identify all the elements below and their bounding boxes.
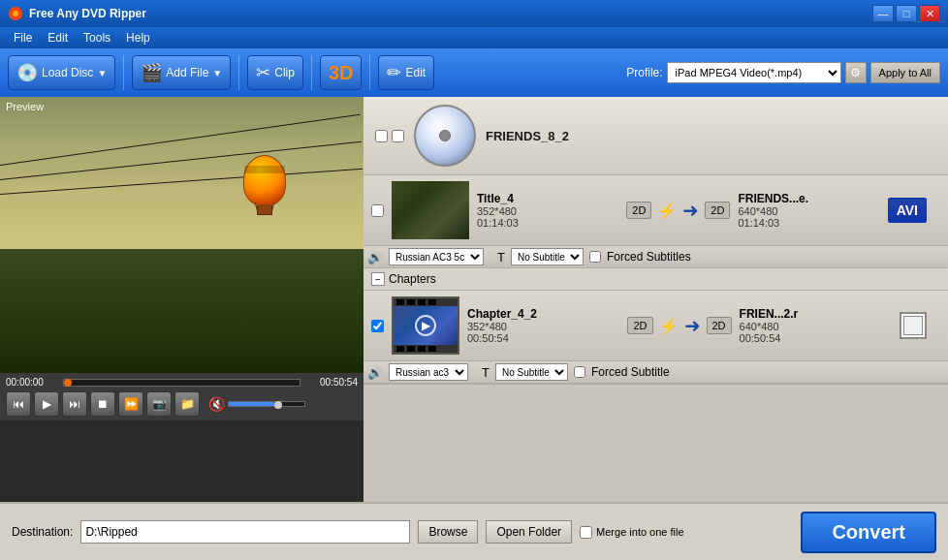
bottom-bar: Destination: Browse Open Folder Merge in…: [0, 502, 948, 560]
film-hole-b1: [396, 346, 404, 352]
thumbnail-image: [392, 181, 469, 239]
mute-button[interactable]: 🔇: [208, 396, 225, 412]
film-hole-3: [418, 299, 426, 305]
profile-label: Profile:: [626, 66, 662, 79]
chapter-output-dim: 2D: [707, 317, 732, 334]
chapter-output-duration: 00:50:54: [740, 332, 892, 344]
clip-icon: ✂: [256, 62, 270, 83]
title-checkbox[interactable]: [371, 204, 384, 217]
clip-button[interactable]: ✂ Clip: [247, 55, 303, 90]
volume-handle: [274, 401, 282, 409]
step-forward-button[interactable]: ⏩: [118, 391, 143, 417]
edit-button[interactable]: ✏ Edit: [378, 55, 434, 90]
snapshot-button[interactable]: 📷: [146, 391, 172, 417]
menu-file[interactable]: File: [6, 29, 40, 47]
disc-hole: [439, 130, 451, 141]
preview-label: Preview: [6, 101, 44, 112]
chapter-subtitle-icon: T: [482, 365, 490, 380]
chapter-audio-row: 🔊 Russian ac3 T No Subtitle Forced Subti…: [363, 361, 948, 384]
playback-controls: ⏮ ▶ ⏭ ⏹ ⏩ 📷 📁 🔇: [6, 391, 358, 417]
total-time: 00:50:54: [304, 377, 358, 388]
output-dim-badge: 2D: [705, 202, 730, 219]
profile-select[interactable]: iPad MPEG4 Video(*.mp4): [667, 62, 841, 83]
disc-item: FRIENDS_8_2: [363, 97, 948, 175]
merge-label: Merge into one file: [596, 526, 684, 538]
chapter-checkbox[interactable]: [371, 320, 384, 332]
open-folder-button[interactable]: Open Folder: [486, 520, 572, 544]
format-badge: AVI: [888, 198, 927, 223]
separator-3: [311, 55, 312, 90]
convert-button[interactable]: Convert: [801, 512, 936, 553]
prev-button[interactable]: ⏮: [6, 391, 31, 417]
merge-checkbox-area: Merge into one file: [580, 526, 684, 539]
apply-all-button[interactable]: Apply to All: [870, 62, 940, 83]
chapters-header: − Chapters: [363, 268, 948, 291]
close-button[interactable]: ✕: [919, 5, 940, 22]
chapter-forced-checkbox[interactable]: [574, 366, 585, 378]
maximize-button[interactable]: □: [896, 5, 917, 22]
chapter-convert-area: 2D ⚡ ➜ 2D: [627, 314, 731, 337]
3d-button[interactable]: 3D: [320, 55, 363, 90]
chapters-toggle[interactable]: −: [371, 272, 385, 286]
app-icon: [8, 6, 23, 21]
merge-checkbox[interactable]: [580, 526, 592, 539]
subtitle-select[interactable]: No Subtitle: [511, 248, 584, 265]
stop-button[interactable]: ⏹: [90, 391, 115, 417]
destination-input[interactable]: [80, 520, 410, 544]
chapter-subtitle-select[interactable]: No Subtitle: [495, 363, 568, 381]
output-dims: 640*480: [738, 205, 879, 217]
film-hole-b4: [428, 346, 436, 352]
profile-settings-button[interactable]: ⚙: [845, 62, 867, 83]
minimize-button[interactable]: —: [872, 5, 894, 22]
seek-bar-row: 00:00:00 00:50:54: [6, 377, 358, 388]
title-audio-row: 🔊 Russian AC3 5c T No Subtitle Forced Su…: [363, 246, 948, 268]
volume-slider[interactable]: [228, 401, 305, 407]
title-row: Title_4 352*480 01:14:03 2D ⚡ ➜ 2D FRIEN…: [363, 175, 948, 246]
film-strip-bottom: [394, 345, 458, 353]
3d-icon: 3D: [329, 62, 354, 84]
chapters-section: − Chapters ▶: [363, 268, 948, 385]
load-disc-dropdown-icon: ▼: [97, 68, 107, 78]
chapter-audio-select[interactable]: Russian ac3: [389, 363, 468, 381]
chapter-name: Chapter_4_2: [467, 307, 619, 321]
chapter-output-name: FRIEN...2.r: [740, 307, 892, 321]
separator-4: [369, 55, 370, 90]
chapter-duration: 00:50:54: [467, 332, 619, 344]
balloon-rope-right: [271, 202, 275, 212]
seek-bar[interactable]: [63, 379, 300, 387]
output-title-name: FRIENDS...e.: [738, 192, 879, 205]
film-hole-1: [396, 299, 404, 305]
play-button[interactable]: ▶: [34, 391, 59, 417]
menu-bar: File Edit Tools Help: [0, 27, 948, 48]
separator: [123, 55, 124, 90]
window-title: Free Any DVD Ripper: [29, 7, 872, 20]
balloon-stripe: [244, 166, 285, 173]
load-disc-button[interactable]: 💿 Load Disc ▼: [8, 55, 115, 90]
balloon-body: [243, 155, 286, 205]
add-file-dropdown-icon: ▼: [212, 68, 222, 78]
menu-help[interactable]: Help: [118, 29, 158, 47]
chapter-thumbnail: ▶: [392, 296, 459, 355]
disc-checkbox[interactable]: [375, 130, 388, 142]
chapter-info: Chapter_4_2 352*480 00:50:54: [467, 307, 619, 344]
disc-sub-checkbox[interactable]: [392, 130, 404, 142]
browse-button[interactable]: Browse: [418, 520, 478, 544]
current-time: 00:00:00: [6, 377, 59, 388]
convert-arrow-area: 2D ⚡ ➜ 2D: [626, 199, 730, 222]
balloon-basket: [257, 205, 272, 215]
chapter-forced-label: Forced Subtitle: [591, 365, 670, 379]
profile-area: Profile: iPad MPEG4 Video(*.mp4) ⚙ Apply…: [626, 62, 940, 83]
disc-checkbox-area: [375, 130, 404, 142]
chapter-format-box: [900, 312, 927, 339]
film-hole-2: [407, 299, 415, 305]
next-button[interactable]: ⏭: [62, 391, 87, 417]
menu-tools[interactable]: Tools: [76, 29, 118, 47]
menu-edit[interactable]: Edit: [40, 29, 76, 47]
add-file-button[interactable]: 🎬 Add File ▼: [132, 55, 231, 90]
audio-select[interactable]: Russian AC3 5c: [389, 248, 484, 265]
forced-subtitle-checkbox[interactable]: [589, 251, 601, 263]
folder-button[interactable]: 📁: [174, 391, 200, 417]
right-panel: FRIENDS_8_2 Title_4 352*480 01:14:03 2D …: [363, 97, 948, 502]
film-hole-b2: [407, 346, 415, 352]
title-info: Title_4 352*480 01:14:03: [477, 192, 618, 229]
